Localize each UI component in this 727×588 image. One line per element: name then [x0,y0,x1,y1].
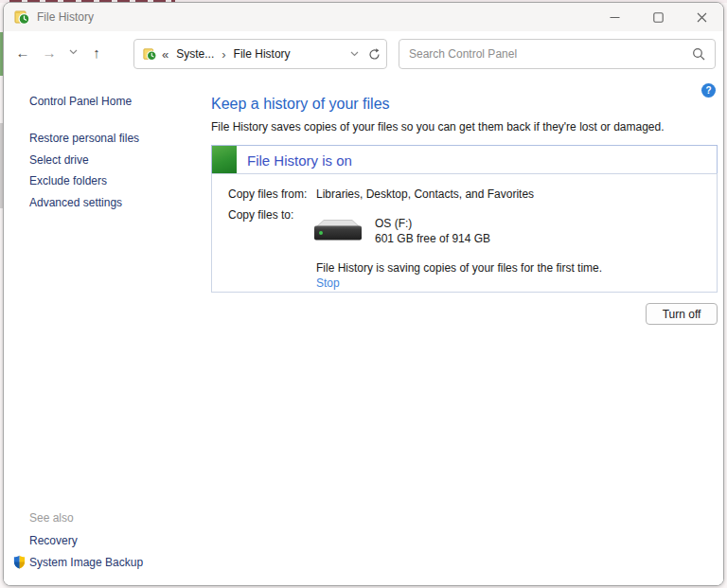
titlebar: File History [4,3,723,31]
window-title: File History [37,10,94,24]
sidebar-item-restore-personal-files[interactable]: Restore personal files [29,128,139,150]
up-button[interactable]: ↑ [83,38,110,66]
navigation-toolbar: ← → ↑ « Syste... › File History [4,31,723,73]
file-history-app-icon [14,9,30,26]
page-description: File History saves copies of your files … [211,120,665,134]
copy-from-label: Copy files from: [228,187,307,201]
sidebar-item-advanced-settings[interactable]: Advanced settings [29,192,139,214]
window-controls [593,3,723,31]
search-box [399,39,716,69]
recent-pages-chevron-icon[interactable] [62,38,83,66]
status-panel-header: File History is on [211,145,718,174]
see-also-section: See also Recovery System Image Backup [4,511,203,569]
address-dropdown-chevron-icon[interactable] [350,51,359,57]
forward-button[interactable]: → [36,38,62,66]
copy-from-value: Libraries, Desktop, Contacts, and Favori… [316,187,534,201]
status-on-indicator [212,146,237,173]
drive-name: OS (F:) [375,217,412,230]
drive-space: 601 GB free of 914 GB [375,232,490,245]
breadcrumb-item-file-history[interactable]: File History [232,47,293,61]
sidebar-task-list: Restore personal files Select drive Excl… [29,128,139,213]
turn-off-button[interactable]: Turn off [646,303,718,325]
page-body: ? Control Panel Home Restore personal fi… [4,73,723,585]
breadcrumb-separator-icon: › [216,47,231,62]
status-message: File History is saving copies of your fi… [316,261,602,275]
minimize-button[interactable] [593,3,636,31]
refresh-icon[interactable] [368,48,381,61]
maximize-button[interactable] [636,3,680,31]
breadcrumb-overflow-chevron[interactable]: « [162,47,168,62]
back-button[interactable]: ← [9,38,36,66]
status-panel-body: Copy files from: Libraries, Desktop, Con… [211,173,718,293]
address-bar[interactable]: « Syste... › File History [133,39,387,69]
file-history-location-icon [143,47,157,62]
sidebar-item-exclude-folders[interactable]: Exclude folders [29,170,139,192]
copy-to-label: Copy files to: [228,208,293,222]
sidebar-item-system-image-backup[interactable]: System Image Backup [4,555,203,569]
search-input[interactable] [409,47,692,61]
help-button[interactable]: ? [701,83,716,98]
status-title: File History is on [247,152,352,169]
sidebar-item-select-drive[interactable]: Select drive [29,150,139,171]
see-also-heading: See also [29,511,203,525]
system-image-backup-label: System Image Backup [29,556,143,569]
sidebar-item-control-panel-home[interactable]: Control Panel Home [29,95,132,108]
sidebar-item-recovery[interactable]: Recovery [29,534,203,547]
uac-shield-icon [12,555,27,569]
close-button[interactable] [680,3,723,31]
stop-link[interactable]: Stop [316,276,340,290]
hard-drive-icon [311,218,364,242]
file-history-window: File History ← → ↑ [3,2,724,586]
search-icon[interactable] [692,47,705,61]
page-title: Keep a history of your files [211,96,390,113]
breadcrumb-item-system[interactable]: Syste... [174,47,216,61]
